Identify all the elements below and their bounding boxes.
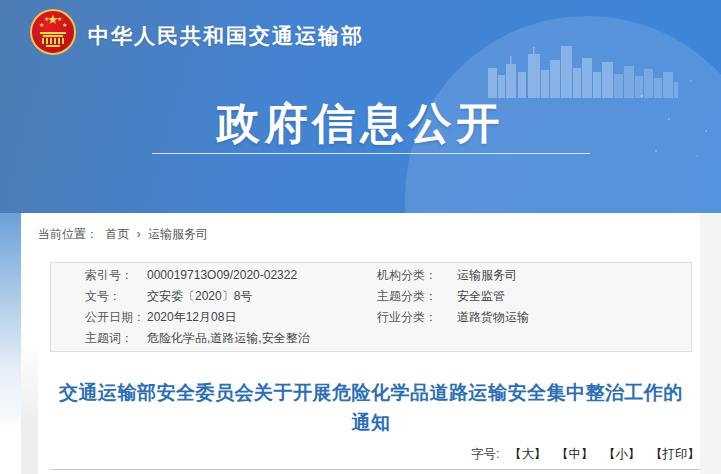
tiananmen-gate-glyph — [42, 32, 64, 47]
meta-value-topic: 安全监管 — [457, 286, 691, 307]
document-title: 交通运输部安全委员会关于开展危险化学品道路运输安全集中整治工作的通知 — [50, 378, 692, 439]
meta-label-keywords: 主题词： — [85, 328, 147, 349]
content-divider — [50, 469, 700, 470]
document-metadata-table: 索引号： 000019713O09/2020-02322 机构分类： 运输服务司… — [50, 262, 692, 352]
print-button[interactable]: 【打印】 — [650, 447, 700, 461]
breadcrumb: 当前位置： 首页 › 运输服务司 — [38, 226, 212, 243]
meta-value-index: 000019713O09/2020-02322 — [147, 265, 377, 286]
page-title: 政府信息公开 — [0, 95, 721, 153]
meta-value-docnum: 交安委〔2020〕8号 — [147, 286, 377, 307]
china-national-emblem-icon: ★ ★ ★ ★ ★ — [30, 9, 76, 55]
font-large-button[interactable]: 【大】 — [509, 447, 547, 461]
font-medium-button[interactable]: 【中】 — [556, 447, 594, 461]
title-underline — [152, 153, 590, 154]
left-gradient-strip — [0, 213, 21, 474]
meta-label-empty — [377, 328, 457, 349]
meta-value-date: 2020年12月08日 — [147, 307, 377, 328]
breadcrumb-section-link[interactable]: 运输服务司 — [148, 227, 208, 241]
meta-label-index: 索引号： — [85, 265, 147, 286]
meta-label-docnum: 文号： — [85, 286, 147, 307]
font-size-label: 字号: — [471, 447, 499, 461]
meta-label-date: 公开日期： — [85, 307, 147, 328]
font-size-toolbar: 字号: 【大】 【中】 【小】 【打印】 — [50, 446, 700, 463]
inner-gray-strip — [21, 213, 38, 474]
breadcrumb-label: 当前位置： — [38, 227, 98, 241]
right-gray-strip — [700, 213, 721, 474]
font-small-button[interactable]: 【小】 — [603, 447, 641, 461]
meta-label-org: 机构分类： — [377, 265, 457, 286]
site-name[interactable]: 中华人民共和国交通运输部 — [88, 22, 364, 50]
city-skyline-graphic — [488, 42, 678, 98]
breadcrumb-separator: › — [137, 227, 141, 241]
site-banner: ★ ★ ★ ★ ★ 中华人民共和国交通运输部 政府信息公开 — [0, 0, 721, 213]
meta-value-keywords: 危险化学品,道路运输,安全整治 — [147, 328, 377, 349]
meta-value-org: 运输服务司 — [457, 265, 691, 286]
meta-value-industry: 道路货物运输 — [457, 307, 691, 328]
meta-label-industry: 行业分类： — [377, 307, 457, 328]
meta-label-topic: 主题分类： — [377, 286, 457, 307]
meta-value-empty — [457, 328, 691, 349]
breadcrumb-home-link[interactable]: 首页 — [105, 227, 129, 241]
